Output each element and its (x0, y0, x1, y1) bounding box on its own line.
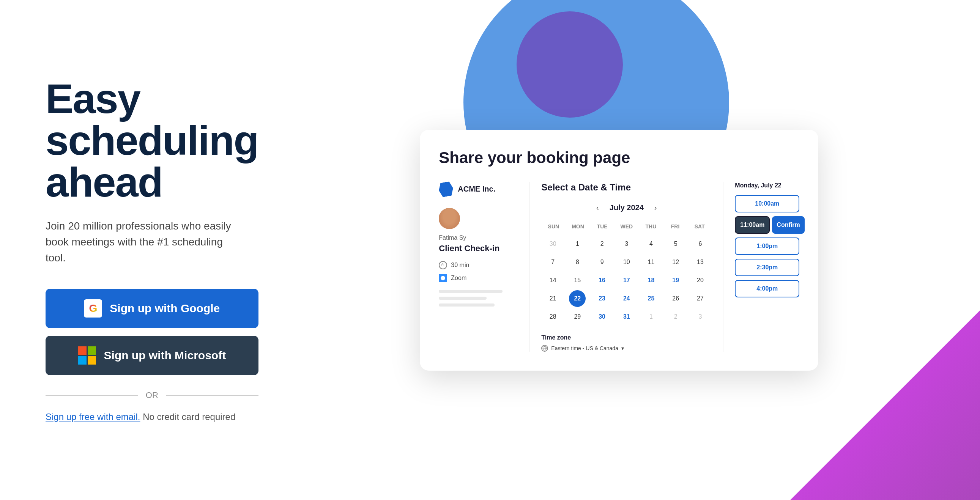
hero-title: Easy scheduling ahead (46, 78, 258, 203)
right-section: Share your booking page ACME Inc. Fatima… (304, 130, 934, 371)
email-signup-link[interactable]: Sign up free with email. (46, 412, 140, 422)
or-line-right (166, 395, 258, 396)
calendar-date: 3 (692, 308, 709, 325)
timezone-select[interactable]: Eastern time - US & Canada ▾ (541, 345, 712, 352)
or-divider: OR (46, 390, 258, 400)
calendar-date[interactable]: 27 (692, 290, 709, 307)
hero-subtitle: Join 20 million professionals who easily… (46, 218, 243, 266)
next-month-button[interactable]: › (651, 202, 660, 214)
company-logo-shape (438, 181, 454, 197)
calendar-date[interactable]: 12 (667, 254, 684, 270)
confirm-button[interactable]: Confirm (772, 216, 804, 234)
page-container: Easy scheduling ahead Join 20 million pr… (0, 0, 980, 500)
timeslot-row-1100am: 11:00am Confirm (735, 216, 799, 234)
avatar-face (439, 208, 460, 229)
company-logo: ACME Inc. (439, 182, 518, 197)
calendar-day-name: THU (639, 221, 663, 232)
calendar-date[interactable]: 29 (569, 308, 585, 325)
zoom-icon (439, 274, 447, 282)
skeleton-line-1 (439, 290, 502, 293)
calendar-date[interactable]: 5 (667, 236, 684, 252)
skeleton-line-2 (439, 297, 486, 300)
timezone-value: Eastern time - US & Canada (551, 345, 618, 351)
left-section: Easy scheduling ahead Join 20 million pr… (46, 78, 258, 422)
timeslot-230pm[interactable]: 2:30pm (735, 259, 799, 276)
calendar-date[interactable]: 21 (545, 290, 562, 307)
timeslot-100pm[interactable]: 1:00pm (735, 238, 799, 255)
microsoft-button-label: Sign up with Microsoft (103, 349, 226, 362)
timeslot-400pm[interactable]: 4:00pm (735, 280, 799, 297)
calendar-date[interactable]: 31 (618, 308, 635, 325)
skeleton-lines (439, 290, 518, 306)
calendar-date[interactable]: 19 (667, 272, 684, 289)
calendar-date[interactable]: 2 (593, 236, 610, 252)
calendar-date[interactable]: 15 (569, 272, 585, 289)
calendar-date[interactable]: 10 (618, 254, 635, 270)
google-g-letter: G (89, 302, 97, 314)
duration-text: 30 min (451, 262, 469, 268)
calendar-date[interactable]: 22 (569, 290, 585, 307)
person-name: Fatima Sy (439, 235, 518, 241)
calendar-grid: SUNMONTUEWEDTHUFRISAT 301234567891011121… (541, 221, 712, 325)
calendar-date[interactable]: 28 (545, 308, 562, 325)
company-name: ACME Inc. (458, 185, 495, 194)
calendar-date[interactable]: 14 (545, 272, 562, 289)
email-signup-section: Sign up free with email. No credit card … (46, 412, 258, 422)
calendar-date[interactable]: 18 (643, 272, 660, 289)
calendar-date[interactable]: 25 (643, 290, 660, 307)
or-text: OR (146, 390, 158, 400)
calendar-date: 1 (643, 308, 660, 325)
calendar-date[interactable]: 23 (593, 290, 610, 307)
booking-card-title: Share your booking page (439, 149, 799, 167)
microsoft-signup-button[interactable]: Sign up with Microsoft (46, 336, 258, 375)
calendar-date[interactable]: 6 (692, 236, 709, 252)
calendar-date[interactable]: 13 (692, 254, 709, 270)
globe-icon (541, 345, 548, 352)
calendar-day-name: FRI (663, 221, 687, 232)
calendar-date: 30 (545, 236, 562, 252)
calendar-dates: 3012345678910111213141516171819202122232… (541, 236, 712, 325)
avatar (439, 208, 460, 229)
calendar-date[interactable]: 26 (667, 290, 684, 307)
no-credit-card-text: No credit card required (143, 412, 235, 422)
prev-month-button[interactable]: ‹ (593, 202, 602, 214)
calendar-date[interactable]: 16 (593, 272, 610, 289)
booking-timeslots-panel: Monday, July 22 10:00am 11:00am Confirm … (724, 182, 799, 352)
calendar-date[interactable]: 7 (545, 254, 562, 270)
ms-square-green (88, 346, 96, 355)
calendar-date[interactable]: 4 (643, 236, 660, 252)
calendar-date[interactable]: 9 (593, 254, 610, 270)
platform-detail: Zoom (439, 274, 518, 282)
skeleton-line-3 (439, 303, 494, 306)
calendar-date[interactable]: 24 (618, 290, 635, 307)
booking-body: ACME Inc. Fatima Sy Client Check-in ⏱ 30… (439, 182, 799, 352)
calendar-day-name: TUE (590, 221, 614, 232)
platform-text: Zoom (451, 275, 466, 281)
calendar-date[interactable]: 8 (569, 254, 585, 270)
calendar-date[interactable]: 17 (618, 272, 635, 289)
timeslot-1000am[interactable]: 10:00am (735, 195, 799, 213)
ms-square-yellow (88, 356, 96, 365)
selected-date-label: Monday, July 22 (735, 182, 799, 189)
timezone-label: Time zone (541, 334, 712, 341)
calendar-date[interactable]: 11 (643, 254, 660, 270)
timeslot-1100am-selected[interactable]: 11:00am (735, 216, 770, 234)
booking-card: Share your booking page ACME Inc. Fatima… (420, 130, 818, 371)
calendar-day-name: MON (566, 221, 590, 232)
calendar-date[interactable]: 1 (569, 236, 585, 252)
google-button-label: Sign up with Google (110, 302, 220, 315)
or-line-left (46, 395, 138, 396)
google-icon: G (84, 299, 102, 317)
calendar-date[interactable]: 30 (593, 308, 610, 325)
calendar-day-name: WED (614, 221, 639, 232)
calendar-day-headers: SUNMONTUEWEDTHUFRISAT (541, 221, 712, 232)
ms-square-red (78, 346, 86, 355)
calendar-day-name: SUN (541, 221, 566, 232)
calendar-date[interactable]: 3 (618, 236, 635, 252)
ms-square-blue (78, 356, 86, 365)
meeting-title: Client Check-in (439, 244, 518, 253)
google-signup-button[interactable]: G Sign up with Google (46, 289, 258, 328)
calendar-date[interactable]: 20 (692, 272, 709, 289)
calendar-nav: ‹ July 2024 › (541, 202, 712, 214)
booking-calendar-panel: Select a Date & Time ‹ July 2024 › SUNMO… (530, 182, 724, 352)
